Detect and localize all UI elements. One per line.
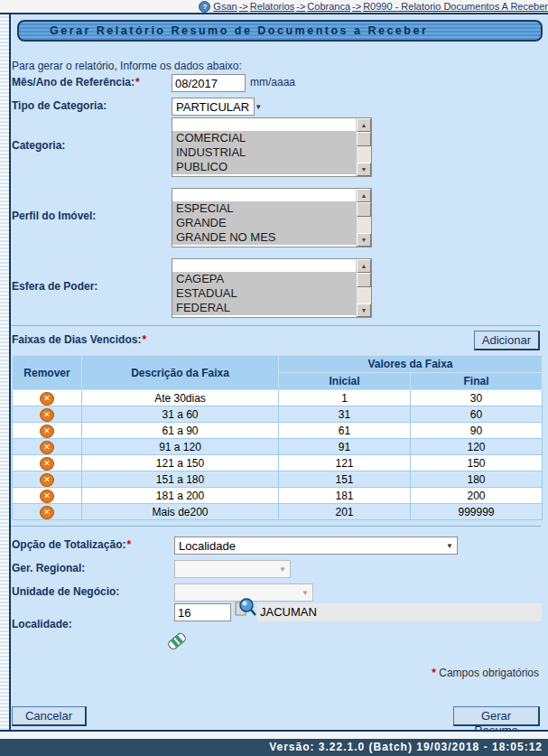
faixa-final: 60 [411,406,543,423]
faixa-descricao: 91 a 120 [82,439,279,455]
scroll-track[interactable] [357,287,371,303]
gerar-resumo-button[interactable]: Gerar Resumo [453,706,540,726]
faixa-inicial: 61 [279,423,411,439]
list-option[interactable]: GRANDE NO MES [172,230,356,245]
mes-ano-label-text: Mês/Ano de Referência: [12,76,135,89]
remove-icon[interactable]: ✕ [40,490,54,503]
column-header-valores: Valores da Faixa [279,356,543,373]
tipo-categoria-value: PARTICULAR [176,100,249,114]
list-option[interactable]: PUBLICO [172,160,356,174]
faixa-inicial: 181 [279,488,411,504]
list-option[interactable]: COMERCIAL [172,131,356,145]
chevron-down-icon: ▼ [446,542,453,550]
remove-icon[interactable]: ✕ [40,506,54,519]
table-row: ✕ 151 a 180 151 180 [13,471,543,488]
scroll-thumb[interactable] [357,132,371,146]
tipo-categoria-label: Tipo de Categoria: [12,99,107,112]
mes-ano-label: Mês/Ano de Referência:* [12,76,140,89]
cancelar-button[interactable]: Cancelar [12,706,87,726]
scroll-up-icon[interactable]: ▲ [357,189,371,202]
faixa-inicial: 31 [279,406,411,423]
unidade-negocio-label: Unidade de Negócio: [12,585,119,598]
faixa-descricao: 151 a 180 [82,471,279,488]
remove-icon[interactable]: ✕ [40,441,54,454]
list-option[interactable]: ESPECIAL [172,201,356,216]
help-icon[interactable]: ? [199,1,210,13]
faixa-descricao: 181 a 200 [82,488,279,504]
categoria-listbox[interactable]: COMERCIAL INDUSTRIAL PUBLICO ▲ ▼ [172,117,372,177]
intro-text: Para gerar o relatório, Informe os dados… [12,60,242,72]
esfera-poder-listbox[interactable]: CAGEPA ESTADUAL FEDERAL ▲ ▼ [172,258,372,318]
opcao-totalizacao-select[interactable]: Localidade ▼ [174,537,458,555]
faixa-final: 90 [411,423,543,439]
scroll-up-icon[interactable]: ▲ [357,259,371,273]
required-asterisk: * [135,76,140,89]
scroll-track[interactable] [357,217,371,233]
list-option[interactable] [172,259,356,272]
faixa-final: 999999 [411,504,543,520]
remove-icon[interactable]: ✕ [40,473,54,487]
faixa-inicial: 201 [279,504,411,520]
table-row: ✕ 91 a 120 91 120 [13,439,543,455]
faixas-label-text: Faixas de Dias Vencidos: [12,333,141,346]
faixa-descricao: Mais de200 [82,504,279,520]
table-row: ✕ Mais de200 201 999999 [13,504,543,520]
breadcrumb-link-cobranca[interactable]: Cobranca [307,1,350,12]
scroll-down-icon[interactable]: ▼ [357,233,371,247]
required-note-text: Campos obrigatórios [439,667,539,679]
gsan-report-window: ? Gsan -> Relatorios -> Cobranca -> R099… [0,0,548,756]
list-option[interactable]: FEDERAL [172,301,356,315]
scroll-thumb[interactable] [357,273,371,287]
chevron-down-icon: ▼ [255,103,262,111]
scroll-down-icon[interactable]: ▼ [357,303,371,317]
tipo-categoria-select[interactable]: PARTICULAR ▼ [172,98,255,116]
perfil-imovel-listbox[interactable]: ESPECIAL GRANDE GRANDE NO MES ▲ ▼ [172,188,372,247]
form-panel: Gerar Relatório Resumo de Documentos a R… [0,13,548,732]
mes-ano-input[interactable]: 08/2017 [172,74,246,92]
required-note: * Campos obrigatórios [431,667,539,679]
faixa-descricao: 31 a 60 [82,406,279,423]
required-asterisk: * [432,667,436,679]
faixa-inicial: 91 [279,439,411,455]
list-option[interactable] [172,118,356,131]
list-option[interactable] [172,189,356,201]
opcao-totalizacao-label: Opção de Totalização:* [12,538,131,551]
breadcrumb-separator: -> [352,1,361,12]
scrollbar[interactable]: ▲ ▼ [356,189,371,247]
remove-icon[interactable]: ✕ [40,457,54,471]
localidade-name-field: JACUMAN [257,603,542,621]
remove-icon[interactable]: ✕ [40,425,54,438]
column-header-remover: Remover [13,356,82,390]
scroll-down-icon[interactable]: ▼ [357,163,371,176]
scrollbar[interactable]: ▲ ▼ [356,118,371,176]
breadcrumb-link-gsan[interactable]: Gsan [213,1,237,12]
faixa-inicial: 151 [279,471,411,488]
remove-icon[interactable]: ✕ [40,408,54,422]
categoria-label: Categoria: [12,139,65,152]
breadcrumb-link-relatorios[interactable]: Relatorios [250,1,295,12]
scroll-up-icon[interactable]: ▲ [357,118,371,132]
list-option[interactable]: GRANDE [172,216,356,230]
faixa-inicial: 121 [279,455,411,471]
ger-regional-label: Ger. Regional: [12,562,85,574]
list-option[interactable]: ESTADUAL [172,286,356,301]
ger-regional-select: ▼ [174,560,291,578]
list-option[interactable]: INDUSTRIAL [172,145,356,160]
opcao-totalizacao-label-text: Opção de Totalização: [12,538,125,551]
adicionar-button[interactable]: Adicionar [474,331,540,350]
faixa-descricao: 61 a 90 [82,423,279,439]
breadcrumb-link-r0990[interactable]: R0990 - Relatorio Documentos A Receber [363,1,548,12]
scrollbar[interactable]: ▲ ▼ [356,259,371,317]
remove-icon[interactable]: ✕ [40,392,54,406]
section-divider [11,325,541,326]
scroll-track[interactable] [357,146,371,163]
search-icon[interactable] [233,596,258,625]
scroll-thumb[interactable] [357,202,371,217]
required-asterisk: * [126,538,131,551]
localidade-code-input[interactable]: 16 [174,603,231,621]
section-divider [11,526,541,527]
eraser-icon[interactable] [164,629,190,658]
breadcrumb-separator: -> [239,1,248,12]
list-option[interactable]: CAGEPA [172,272,356,286]
table-row: ✕ 121 a 150 121 150 [13,455,543,471]
